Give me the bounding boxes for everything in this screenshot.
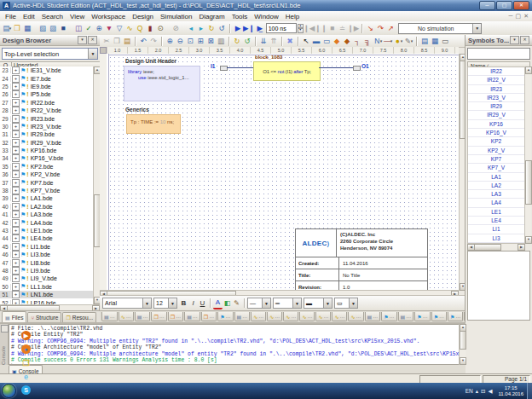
output-port-icon[interactable]	[353, 66, 361, 71]
symbol-item[interactable]: LE1	[468, 208, 524, 217]
firefox-icon[interactable]: ●	[19, 343, 33, 356]
design-settings-icon[interactable]: ■	[58, 23, 68, 34]
symbol-item[interactable]: LA4	[468, 199, 524, 207]
file-row[interactable]: 26+⚑!IP5.bde	[0, 90, 94, 98]
run-icon[interactable]: ▶	[233, 23, 243, 34]
file-row[interactable]: 34+⚑!KP16_V.bde	[0, 154, 94, 162]
volume-icon[interactable]: ◀	[488, 388, 492, 394]
document-tab[interactable]: ∿…	[348, 312, 363, 321]
file-row[interactable]: 50+⚑!LL1.bde	[0, 283, 94, 291]
back-icon[interactable]: ◂	[186, 23, 196, 34]
font-color-button[interactable]: A	[213, 298, 223, 309]
line-width-combo[interactable]: — ▼	[247, 298, 271, 309]
console-output[interactable]: # File: .\..\compile\TR2.vhd# Compile En…	[9, 324, 460, 365]
font-size-combo[interactable]: 12 ▼	[153, 298, 177, 309]
chevron-down-icon[interactable]: ▼	[88, 49, 97, 59]
file-row[interactable]: 40+⚑!LA2.bde	[0, 203, 94, 211]
symbols-toolbox-header[interactable]: Symbols To... ▾ ✕	[466, 35, 532, 46]
chevron-down-icon[interactable]: ▼	[142, 298, 151, 308]
waveform-icon[interactable]: ∿	[124, 23, 135, 34]
new-document-icon[interactable]: ▤▾	[2, 23, 12, 34]
file-row[interactable]: 23+⚑!IE31_V.bde	[0, 66, 94, 74]
symbol-item[interactable]: IR23	[468, 85, 524, 94]
file-row[interactable]: 33+⚑!KP16.bde	[0, 147, 94, 154]
expand-icon[interactable]: +	[12, 123, 20, 130]
file-row[interactable]: 49+⚑!LI9_V.bde	[0, 275, 94, 282]
symbol-item[interactable]: LA1	[468, 173, 524, 182]
attach-workspace-icon[interactable]: ▨	[48, 23, 58, 34]
chevron-down-icon[interactable]: ▼	[323, 298, 332, 308]
scroll-down-icon[interactable]: ▼	[525, 236, 532, 244]
expand-icon[interactable]: +	[12, 283, 20, 291]
expand-icon[interactable]: +	[12, 203, 20, 211]
file-row[interactable]: 24+⚑!IE7.bde	[0, 74, 94, 82]
input-wire[interactable]	[227, 67, 253, 68]
close-button[interactable]: ✕	[513, 1, 529, 10]
refresh-diagram-icon[interactable]: ↻	[232, 36, 242, 47]
zoom-in-icon[interactable]: ⊕	[165, 36, 175, 47]
skype-icon[interactable]: S	[19, 384, 33, 397]
abort-icon[interactable]: ✖	[285, 36, 295, 47]
redo-icon[interactable]: ↷	[148, 36, 159, 47]
file-row[interactable]: 39+⚑!LA1.bde	[0, 194, 94, 202]
expand-icon[interactable]: +	[12, 154, 20, 162]
document-tab[interactable]: ❒…	[201, 312, 217, 321]
expand-icon[interactable]: +	[12, 163, 20, 171]
scroll-right-icon[interactable]: ▶	[518, 244, 525, 251]
fub-tool-icon[interactable]: ▭	[321, 36, 332, 47]
mdi-close-icon[interactable]: ✕	[523, 13, 529, 20]
font-family-combo[interactable]: Arial ▼	[102, 298, 152, 309]
menu-design[interactable]: Design	[129, 13, 157, 20]
generics-label[interactable]: Generics	[125, 107, 149, 113]
zoom-out-icon[interactable]: ⊖	[175, 36, 185, 47]
fullscreen-icon[interactable]: ▭	[440, 36, 450, 47]
document-tab[interactable]: ∿…	[299, 312, 315, 321]
design-browser-header[interactable]: Design Browser ▾ ✕	[0, 35, 100, 46]
tab-structure[interactable]: ⑂Structure	[27, 312, 61, 322]
top-level-selector[interactable]: Top-Level selection ▼	[2, 48, 98, 60]
symbol-item[interactable]: IR29_V	[468, 111, 524, 119]
net-label-tool-icon[interactable]: N▾	[373, 36, 383, 47]
expand-icon[interactable]: +	[12, 179, 20, 187]
panel-grip-icon[interactable]	[1, 325, 9, 332]
symbol-search-input[interactable]	[467, 48, 530, 60]
pin-tool-icon[interactable]: ◆	[332, 36, 342, 47]
tab-files[interactable]: ▤Files	[2, 311, 26, 322]
expand-icon[interactable]: +	[12, 130, 20, 138]
file-row[interactable]: 32+⚑!IR29_V.bde	[0, 139, 94, 147]
stub-tool-icon[interactable]: —▾	[383, 36, 393, 47]
design-unit-header-label[interactable]: Design Unit Header	[125, 58, 176, 64]
expand-icon[interactable]: +	[12, 211, 20, 218]
document-tab[interactable]: ∿…	[315, 312, 331, 321]
file-row[interactable]: 48+⚑!LI9.bde	[0, 267, 94, 275]
document-tab[interactable]: ∿…	[283, 312, 298, 321]
expand-icon[interactable]: +	[12, 99, 20, 107]
bus-pin-tool-icon[interactable]: ◆	[342, 36, 352, 47]
file-row[interactable]: 37+⚑!KP7.bde	[0, 178, 94, 186]
file-list-scrollbar[interactable]: ▲ ▼	[93, 66, 100, 304]
menu-window[interactable]: Window	[251, 13, 281, 20]
library-manager-icon[interactable]: ▮	[145, 23, 155, 34]
chevron-down-icon[interactable]: ▼	[292, 298, 301, 308]
output-port-label[interactable]: O1	[361, 63, 369, 69]
expand-icon[interactable]: +	[12, 107, 20, 114]
file-row[interactable]: 31+⚑!IR29.bde	[0, 130, 94, 138]
chevron-down-icon[interactable]: ▼	[168, 298, 176, 308]
trace-out-icon[interactable]: ↗	[385, 23, 396, 34]
document-tab[interactable]: ⚑…	[217, 312, 233, 321]
document-tab[interactable]: ▤…	[184, 312, 200, 321]
zoom-fit-icon[interactable]: ⊞	[195, 36, 205, 47]
menu-simulation[interactable]: Simulation	[157, 13, 195, 20]
symbol-item[interactable]: KP16_V	[468, 129, 524, 137]
document-tab[interactable]: ⚑…	[448, 312, 463, 321]
title-block[interactable]: ALDEC) (C)ALDEC. Inc 2260 Corporate Circ…	[295, 228, 428, 291]
restart-icon[interactable]: ❙◀	[304, 23, 315, 34]
file-row[interactable]: 43+⚑!LE1.bde	[0, 227, 94, 234]
refresh-icon[interactable]: ↻	[206, 23, 217, 34]
copy-icon[interactable]: ❐	[112, 36, 122, 47]
mdi-restore-icon[interactable]: ▢	[516, 13, 522, 20]
menu-workspace[interactable]: Workspace	[88, 13, 129, 20]
taskbar-clock[interactable]: 17:15 11.04.2016	[498, 385, 523, 397]
document-tab[interactable]: ⚑…	[381, 312, 396, 321]
panel-close-icon[interactable]: ✕	[88, 36, 97, 44]
